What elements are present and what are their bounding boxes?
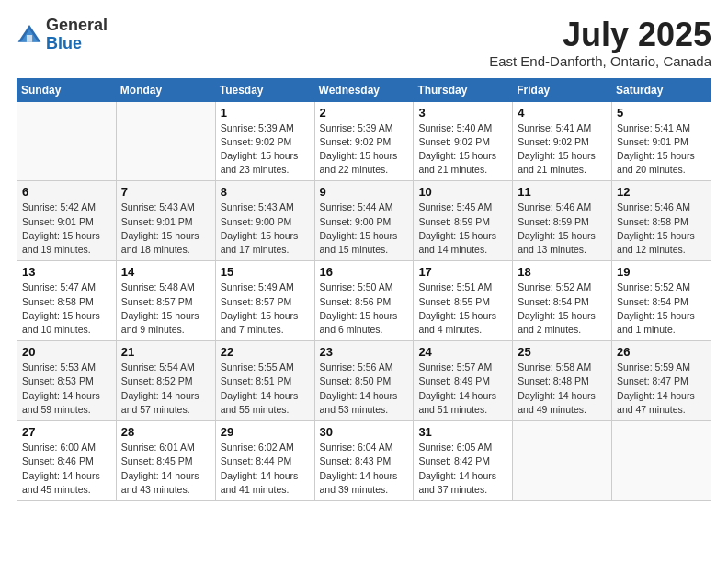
calendar-day-cell: 29Sunrise: 6:02 AMSunset: 8:44 PMDayligh… — [215, 421, 314, 501]
sunrise-text: Sunrise: 6:01 AM — [121, 442, 195, 453]
sunrise-text: Sunrise: 5:45 AM — [418, 201, 492, 213]
calendar-day-cell: 4Sunrise: 5:41 AMSunset: 9:02 PMDaylight… — [513, 101, 612, 181]
sunrise-text: Sunrise: 5:49 AM — [221, 282, 294, 293]
daylight-text: Daylight: 15 hours and 12 minutes. — [617, 230, 695, 255]
day-number: 5 — [617, 106, 706, 120]
day-detail: Sunrise: 5:47 AMSunset: 8:58 PMDaylight:… — [22, 281, 111, 337]
calendar-week-row: 13Sunrise: 5:47 AMSunset: 8:58 PMDayligh… — [17, 261, 711, 341]
calendar-day-cell: 19Sunrise: 5:52 AMSunset: 8:54 PMDayligh… — [612, 261, 711, 341]
logo-blue-text: Blue — [46, 34, 82, 52]
calendar-day-cell — [17, 101, 117, 181]
sunset-text: Sunset: 8:55 PM — [418, 296, 490, 307]
daylight-text: Daylight: 15 hours and 4 minutes. — [418, 310, 496, 335]
day-number: 10 — [418, 185, 507, 199]
sunset-text: Sunset: 8:59 PM — [418, 216, 490, 227]
day-number: 11 — [518, 185, 607, 199]
day-detail: Sunrise: 5:50 AMSunset: 8:56 PMDaylight:… — [320, 281, 409, 337]
daylight-text: Daylight: 15 hours and 13 minutes. — [518, 230, 596, 255]
day-number: 3 — [418, 106, 507, 120]
daylight-text: Daylight: 15 hours and 22 minutes. — [320, 150, 398, 175]
calendar-day-cell: 17Sunrise: 5:51 AMSunset: 8:55 PMDayligh… — [414, 261, 513, 341]
daylight-text: Daylight: 14 hours and 49 minutes. — [518, 390, 596, 415]
sunset-text: Sunset: 9:01 PM — [121, 216, 193, 227]
day-detail: Sunrise: 5:40 AMSunset: 9:02 PMDaylight:… — [418, 121, 507, 178]
calendar-day-cell: 14Sunrise: 5:48 AMSunset: 8:57 PMDayligh… — [116, 261, 215, 341]
calendar-day-cell: 10Sunrise: 5:45 AMSunset: 8:59 PMDayligh… — [414, 181, 513, 261]
day-detail: Sunrise: 5:45 AMSunset: 8:59 PMDaylight:… — [418, 201, 507, 257]
weekday-header: Sunday — [17, 78, 117, 101]
sunrise-text: Sunrise: 5:57 AM — [418, 362, 492, 373]
sunset-text: Sunset: 9:00 PM — [320, 216, 392, 227]
calendar-day-cell: 30Sunrise: 6:04 AMSunset: 8:43 PMDayligh… — [314, 421, 414, 501]
day-number: 18 — [518, 265, 607, 279]
calendar-week-row: 20Sunrise: 5:53 AMSunset: 8:53 PMDayligh… — [17, 341, 711, 421]
daylight-text: Daylight: 14 hours and 47 minutes. — [617, 390, 695, 415]
sunset-text: Sunset: 8:54 PM — [617, 296, 688, 307]
weekday-header: Wednesday — [314, 78, 414, 101]
day-number: 22 — [221, 345, 310, 359]
sunrise-text: Sunrise: 5:43 AM — [221, 201, 294, 213]
sunrise-text: Sunrise: 5:46 AM — [518, 201, 591, 213]
day-number: 1 — [221, 106, 310, 120]
day-detail: Sunrise: 5:54 AMSunset: 8:52 PMDaylight:… — [121, 361, 210, 417]
sunrise-text: Sunrise: 5:54 AM — [121, 362, 195, 373]
day-number: 8 — [221, 185, 310, 199]
daylight-text: Daylight: 15 hours and 14 minutes. — [418, 230, 496, 255]
day-detail: Sunrise: 5:52 AMSunset: 8:54 PMDaylight:… — [518, 281, 607, 337]
day-detail: Sunrise: 5:55 AMSunset: 8:51 PMDaylight:… — [221, 361, 310, 417]
calendar-day-cell: 28Sunrise: 6:01 AMSunset: 8:45 PMDayligh… — [116, 421, 215, 501]
daylight-text: Daylight: 14 hours and 37 minutes. — [418, 470, 496, 495]
calendar-title: July 2025 — [489, 17, 711, 53]
calendar-day-cell: 11Sunrise: 5:46 AMSunset: 8:59 PMDayligh… — [513, 181, 612, 261]
sunset-text: Sunset: 8:57 PM — [121, 296, 193, 307]
calendar-day-cell: 8Sunrise: 5:43 AMSunset: 9:00 PMDaylight… — [215, 181, 314, 261]
sunset-text: Sunset: 8:56 PM — [320, 296, 392, 307]
day-number: 12 — [617, 185, 706, 199]
calendar-day-cell: 24Sunrise: 5:57 AMSunset: 8:49 PMDayligh… — [414, 341, 513, 421]
day-detail: Sunrise: 6:04 AMSunset: 8:43 PMDaylight:… — [320, 441, 409, 497]
day-detail: Sunrise: 5:59 AMSunset: 8:47 PMDaylight:… — [617, 361, 706, 417]
sunset-text: Sunset: 9:01 PM — [22, 216, 94, 227]
calendar-table: SundayMondayTuesdayWednesdayThursdayFrid… — [17, 78, 711, 501]
day-detail: Sunrise: 5:46 AMSunset: 8:59 PMDaylight:… — [518, 201, 607, 257]
calendar-week-row: 27Sunrise: 6:00 AMSunset: 8:46 PMDayligh… — [17, 421, 711, 501]
calendar-week-row: 6Sunrise: 5:42 AMSunset: 9:01 PMDaylight… — [17, 181, 711, 261]
day-detail: Sunrise: 5:51 AMSunset: 8:55 PMDaylight:… — [418, 281, 507, 337]
calendar-day-cell: 18Sunrise: 5:52 AMSunset: 8:54 PMDayligh… — [513, 261, 612, 341]
sunrise-text: Sunrise: 5:47 AM — [22, 282, 96, 293]
day-detail: Sunrise: 6:02 AMSunset: 8:44 PMDaylight:… — [221, 441, 310, 497]
header: General Blue July 2025 East End-Danforth… — [17, 17, 711, 69]
day-number: 28 — [121, 425, 210, 439]
calendar-day-cell: 31Sunrise: 6:05 AMSunset: 8:42 PMDayligh… — [414, 421, 513, 501]
sunset-text: Sunset: 8:42 PM — [418, 455, 490, 466]
sunrise-text: Sunrise: 6:02 AM — [221, 442, 294, 453]
day-detail: Sunrise: 5:43 AMSunset: 9:00 PMDaylight:… — [221, 201, 310, 257]
day-detail: Sunrise: 5:52 AMSunset: 8:54 PMDaylight:… — [617, 281, 706, 337]
sunset-text: Sunset: 8:54 PM — [518, 296, 589, 307]
calendar-day-cell: 12Sunrise: 5:46 AMSunset: 8:58 PMDayligh… — [612, 181, 711, 261]
sunrise-text: Sunrise: 6:00 AM — [22, 442, 96, 453]
daylight-text: Daylight: 15 hours and 21 minutes. — [518, 150, 596, 175]
sunset-text: Sunset: 8:57 PM — [221, 296, 292, 307]
calendar-day-cell: 2Sunrise: 5:39 AMSunset: 9:02 PMDaylight… — [314, 101, 414, 181]
sunset-text: Sunset: 9:02 PM — [320, 136, 392, 147]
sunset-text: Sunset: 8:52 PM — [121, 375, 193, 386]
day-number: 6 — [22, 185, 111, 199]
day-number: 29 — [221, 425, 310, 439]
sunset-text: Sunset: 9:02 PM — [518, 136, 589, 147]
sunrise-text: Sunrise: 5:51 AM — [418, 282, 492, 293]
logo-icon — [17, 22, 42, 48]
daylight-text: Daylight: 15 hours and 19 minutes. — [22, 230, 100, 255]
calendar-day-cell: 9Sunrise: 5:44 AMSunset: 9:00 PMDaylight… — [314, 181, 414, 261]
sunset-text: Sunset: 8:59 PM — [518, 216, 589, 227]
sunrise-text: Sunrise: 5:39 AM — [221, 122, 294, 133]
sunset-text: Sunset: 9:00 PM — [221, 216, 292, 227]
weekday-header-row: SundayMondayTuesdayWednesdayThursdayFrid… — [17, 78, 711, 101]
sunrise-text: Sunrise: 5:52 AM — [617, 282, 690, 293]
sunrise-text: Sunrise: 5:48 AM — [121, 282, 195, 293]
sunset-text: Sunset: 8:45 PM — [121, 455, 193, 466]
day-number: 13 — [22, 265, 111, 279]
day-detail: Sunrise: 5:43 AMSunset: 9:01 PMDaylight:… — [121, 201, 210, 257]
sunset-text: Sunset: 8:53 PM — [22, 375, 94, 386]
weekday-header: Saturday — [612, 78, 711, 101]
